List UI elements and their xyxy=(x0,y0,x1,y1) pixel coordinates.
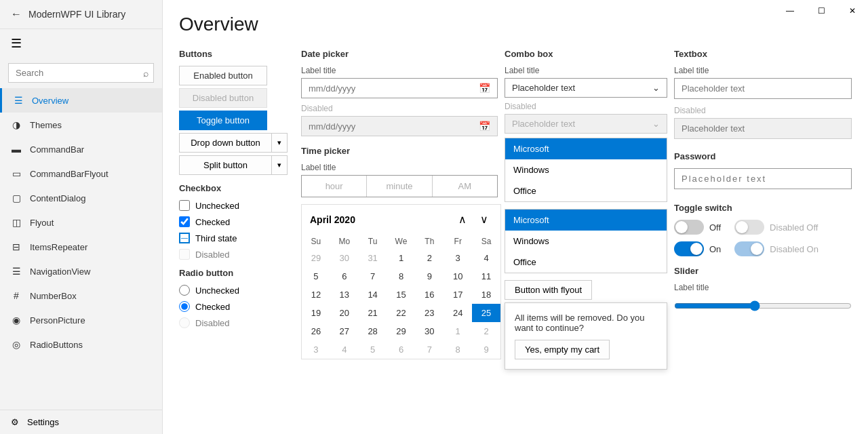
sidebar-item-contentdialog[interactable]: ▢ ContentDialog xyxy=(0,186,162,210)
sidebar-item-commandbarflyout[interactable]: ▭ CommandBarFlyout xyxy=(0,161,162,186)
ampm-input[interactable]: AM xyxy=(433,176,497,197)
hour-input[interactable]: hour xyxy=(302,176,367,197)
cal-cell-7-next[interactable]: 7 xyxy=(415,340,443,359)
cal-cell-13[interactable]: 13 xyxy=(330,285,359,304)
cal-cell-30-prev[interactable]: 30 xyxy=(330,249,359,267)
dropdown-main-button[interactable]: Drop down button xyxy=(179,133,272,153)
calendar-month: April 2020 xyxy=(310,214,355,225)
calendar-icon[interactable]: 📅 xyxy=(479,83,490,94)
cal-cell-25[interactable]: 25 xyxy=(472,304,500,322)
cal-cell-8-next[interactable]: 8 xyxy=(443,340,472,359)
cal-cell-29[interactable]: 29 xyxy=(387,322,416,340)
sidebar-item-overview[interactable]: ☰ Overview xyxy=(0,88,162,113)
cal-cell-27[interactable]: 27 xyxy=(330,322,359,340)
cal-cell-4[interactable]: 4 xyxy=(472,249,500,267)
combo-list-item-office[interactable]: Office xyxy=(505,180,667,201)
buttons-column: Buttons Enabled button Disabled button T… xyxy=(179,49,294,370)
cal-cell-10[interactable]: 10 xyxy=(443,267,472,285)
combo-input-enabled[interactable]: Placeholder text ⌄ xyxy=(505,78,667,98)
settings-item[interactable]: ⚙ Settings xyxy=(0,410,162,434)
password-input[interactable] xyxy=(674,168,852,189)
combo-list-2-item-office[interactable]: Office xyxy=(505,252,667,273)
cal-cell-22[interactable]: 22 xyxy=(387,304,416,322)
cal-cell-3-next[interactable]: 3 xyxy=(302,340,330,359)
toggle-on-switch[interactable] xyxy=(674,241,704,256)
sidebar-item-personpicture[interactable]: ◉ PersonPicture xyxy=(0,308,162,332)
back-icon[interactable]: ← xyxy=(11,8,22,20)
checkbox-unchecked[interactable] xyxy=(179,200,190,211)
combo-list-2-item-windows[interactable]: Windows xyxy=(505,231,667,252)
sidebar-item-radiobuttons[interactable]: ◎ RadioButtons xyxy=(0,332,162,357)
sidebar-item-themes[interactable]: ◑ Themes xyxy=(0,113,162,137)
calendar-days-header: Su Mo Tu We Th Fr Sa xyxy=(302,234,500,249)
minimize-button[interactable]: — xyxy=(774,0,806,22)
flyout-confirm-button[interactable]: Yes, empty my cart xyxy=(515,340,610,359)
minute-input[interactable]: minute xyxy=(367,176,432,197)
cal-cell-7[interactable]: 7 xyxy=(359,267,387,285)
cal-cell-2-next[interactable]: 2 xyxy=(472,322,500,340)
date-input-field[interactable] xyxy=(309,83,479,94)
toggle-button[interactable]: Toggle button xyxy=(179,111,267,130)
combo-list-item-windows[interactable]: Windows xyxy=(505,159,667,180)
sidebar-item-numberbox[interactable]: # NumberBox xyxy=(0,283,162,308)
sidebar-item-commandbar[interactable]: ▬ CommandBar xyxy=(0,137,162,161)
cal-cell-1[interactable]: 1 xyxy=(387,249,416,267)
slider-input[interactable] xyxy=(674,300,852,311)
calendar-prev-button[interactable]: ∧ xyxy=(454,212,471,227)
sidebar-item-overview-label: Overview xyxy=(32,96,68,106)
checkbox-third-state[interactable] xyxy=(179,233,190,243)
cal-cell-2[interactable]: 2 xyxy=(415,249,443,267)
toggle-off-switch[interactable] xyxy=(674,220,704,235)
enabled-button[interactable]: Enabled button xyxy=(179,66,267,85)
calendar-next-button[interactable]: ∨ xyxy=(476,212,492,227)
cal-cell-9-next[interactable]: 9 xyxy=(472,340,500,359)
cal-cell-19[interactable]: 19 xyxy=(302,304,330,322)
cal-cell-6-next[interactable]: 6 xyxy=(387,340,416,359)
close-button[interactable]: ✕ xyxy=(837,0,868,22)
cal-cell-28[interactable]: 28 xyxy=(359,322,387,340)
date-input-enabled[interactable]: 📅 xyxy=(301,78,498,98)
sidebar-item-navigationview[interactable]: ☰ NavigationView xyxy=(0,259,162,283)
maximize-button[interactable]: ☐ xyxy=(806,0,837,22)
cal-cell-5[interactable]: 5 xyxy=(302,267,330,285)
cal-cell-12[interactable]: 12 xyxy=(302,285,330,304)
sidebar-item-flyout[interactable]: ◫ Flyout xyxy=(0,210,162,235)
cal-cell-1-next[interactable]: 1 xyxy=(443,322,472,340)
split-arrow-button[interactable]: ▾ xyxy=(272,155,288,175)
radio-checked[interactable] xyxy=(179,301,190,312)
cal-cell-31-prev[interactable]: 31 xyxy=(359,249,387,267)
cal-cell-5-next[interactable]: 5 xyxy=(359,340,387,359)
cal-cell-29-prev[interactable]: 29 xyxy=(302,249,330,267)
cal-cell-24[interactable]: 24 xyxy=(443,304,472,322)
cal-cell-3[interactable]: 3 xyxy=(443,249,472,267)
combo-list-2-item-microsoft[interactable]: Microsoft xyxy=(505,210,667,231)
flyout-button[interactable]: Button with flyout xyxy=(505,280,592,300)
cal-cell-9[interactable]: 9 xyxy=(415,267,443,285)
sidebar-item-itemsrepeater[interactable]: ⊟ ItemsRepeater xyxy=(0,235,162,259)
cal-cell-30[interactable]: 30 xyxy=(415,322,443,340)
cal-cell-6[interactable]: 6 xyxy=(330,267,359,285)
sidebar-item-commandbar-label: CommandBar xyxy=(30,144,84,155)
radio-unchecked[interactable] xyxy=(179,285,190,296)
textbox-input[interactable] xyxy=(674,78,852,99)
checkbox-checked-item: Checked xyxy=(179,216,294,227)
cal-cell-11[interactable]: 11 xyxy=(472,267,500,285)
cal-cell-15[interactable]: 15 xyxy=(387,285,416,304)
cal-cell-4-next[interactable]: 4 xyxy=(330,340,359,359)
checkbox-checked[interactable] xyxy=(179,216,190,227)
radio-checked-item: Checked xyxy=(179,301,294,312)
cal-cell-17[interactable]: 17 xyxy=(443,285,472,304)
dropdown-arrow-button[interactable]: ▾ xyxy=(272,133,288,153)
cal-cell-20[interactable]: 20 xyxy=(330,304,359,322)
cal-cell-23[interactable]: 23 xyxy=(415,304,443,322)
cal-cell-16[interactable]: 16 xyxy=(415,285,443,304)
combo-list-item-microsoft[interactable]: Microsoft xyxy=(505,138,667,159)
cal-cell-18[interactable]: 18 xyxy=(472,285,500,304)
hamburger-icon[interactable]: ☰ xyxy=(0,29,162,58)
cal-cell-21[interactable]: 21 xyxy=(359,304,387,322)
cal-cell-8[interactable]: 8 xyxy=(387,267,416,285)
cal-cell-14[interactable]: 14 xyxy=(359,285,387,304)
split-main-button[interactable]: Split button xyxy=(179,155,272,175)
cal-cell-26[interactable]: 26 xyxy=(302,322,330,340)
search-input[interactable] xyxy=(8,63,154,83)
